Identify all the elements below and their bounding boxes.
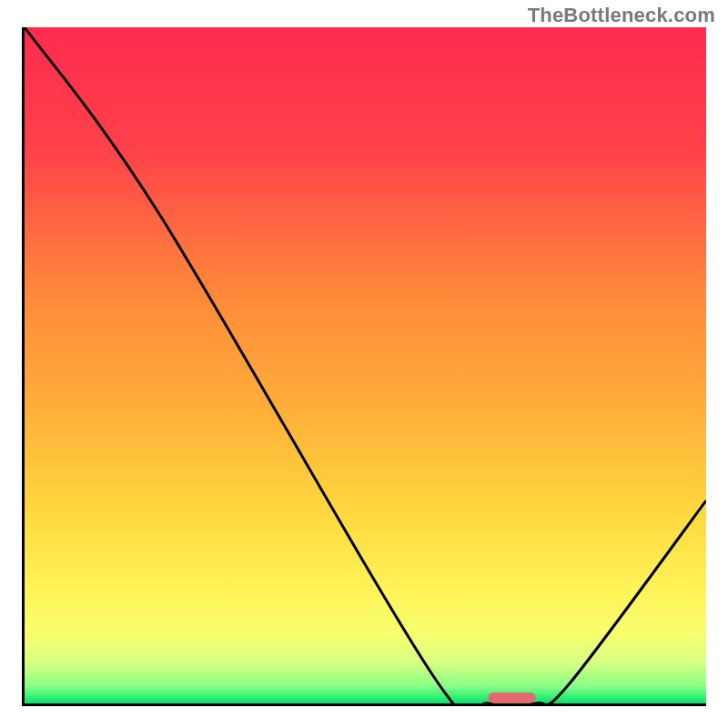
- watermark-text: TheBottleneck.com: [528, 4, 715, 27]
- chart-container: TheBottleneck.com: [0, 0, 728, 728]
- bottleneck-curve: [25, 27, 706, 703]
- plot-area: [22, 27, 706, 706]
